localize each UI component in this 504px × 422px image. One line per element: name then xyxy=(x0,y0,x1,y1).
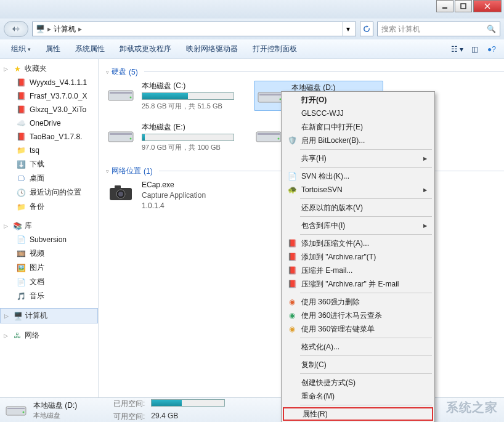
maximize-button[interactable] xyxy=(455,0,472,12)
context-menu-item[interactable]: 📕添加到 "Archive.rar"(T) xyxy=(283,250,433,264)
context-menu-item[interactable]: GLSCC-WJJ xyxy=(283,107,433,120)
context-menu-separator xyxy=(300,405,432,405)
titlebar xyxy=(0,0,504,18)
sidebar-favorite-item[interactable]: 📕Wyyxds_V4.1.1.1 xyxy=(0,76,98,89)
context-menu-item[interactable]: ◉使用 360管理右键菜单 xyxy=(283,322,433,336)
context-menu-label: 添加到 "Archive.rar"(T) xyxy=(301,252,376,262)
group-drives-label: 硬盘 xyxy=(112,67,126,77)
360c-icon: ◉ xyxy=(287,323,298,335)
context-menu-item[interactable]: 格式化(A)... xyxy=(283,340,433,354)
context-menu-item[interactable]: 属性(R) xyxy=(283,407,433,421)
context-menu-item[interactable]: ◉使用 360强力删除 xyxy=(283,295,433,309)
context-menu-label: 属性(R) xyxy=(303,409,328,420)
sidebar-favorite-item[interactable]: 📕Glxzq_V3.0_XiTo xyxy=(0,103,98,116)
context-menu-item[interactable]: 在新窗口中打开(E) xyxy=(283,120,433,134)
sidebar-library-item[interactable]: 📄文档 xyxy=(0,275,98,289)
address-dropdown[interactable]: ▾ xyxy=(342,22,353,36)
sidebar-item-label: 下载 xyxy=(30,159,44,169)
shield-icon: 🛡️ xyxy=(287,135,298,146)
svg-rect-21 xyxy=(7,408,25,409)
star-icon: ★ xyxy=(12,64,22,74)
drive-item[interactable]: 本地磁盘 (C:) 25.8 GB 可用，共 51.5 GB xyxy=(106,81,235,111)
uninstall-button[interactable]: 卸载或更改程序 xyxy=(113,41,177,57)
context-menu-item[interactable]: 创建快捷方式(S) xyxy=(283,376,433,389)
rec-icon: 🕓 xyxy=(16,188,26,198)
sidebar-library-item[interactable]: 📄Subversion xyxy=(0,233,98,246)
control-panel-button[interactable]: 打开控制面板 xyxy=(246,41,303,57)
drive-info: 25.8 GB 可用，共 51.5 GB xyxy=(142,102,235,111)
status-drive-type: 本地磁盘 xyxy=(33,411,77,420)
context-menu-label: GLSCC-WJJ xyxy=(301,109,344,118)
search-input[interactable]: 搜索 计算机 🔍 xyxy=(377,22,500,36)
group-drives-header[interactable]: ▿ 硬盘 (5) xyxy=(106,64,504,81)
drive-item[interactable]: 本地磁盘 (E:) 97.0 GB 可用，共 100 GB xyxy=(106,122,235,152)
drive-icon xyxy=(106,81,136,105)
preview-pane-button[interactable]: ◫ xyxy=(467,42,482,57)
context-menu-item[interactable]: 📕添加到压缩文件(A)... xyxy=(283,237,433,250)
context-menu-label: 重命名(M) xyxy=(301,391,335,402)
refresh-button[interactable] xyxy=(360,22,373,36)
context-menu-item[interactable]: 复制(C) xyxy=(283,358,433,371)
sidebar-favorite-item[interactable]: 📁备份 xyxy=(0,200,98,214)
context-menu-item[interactable]: 🛡️启用 BitLocker(B)... xyxy=(283,134,433,147)
sidebar-favorite-item[interactable]: 🖵桌面 xyxy=(0,171,98,185)
view-mode-button[interactable]: ☷ ▾ xyxy=(450,42,465,57)
sidebar-item-label: 最近访问的位置 xyxy=(30,187,81,198)
context-menu-item[interactable]: ◉使用 360进行木马云查杀 xyxy=(283,309,433,322)
search-icon: 🔍 xyxy=(487,25,496,33)
sidebar-computer-header[interactable]: ▷ 🖥️ 计算机 xyxy=(0,308,98,323)
drive-usage-bar xyxy=(142,92,234,100)
chevron-down-icon: ▿ xyxy=(106,69,109,75)
sidebar-favorite-item[interactable]: 🕓最近访问的位置 xyxy=(0,185,98,200)
sidebar-library-item[interactable]: 🎞️视频 xyxy=(0,246,98,261)
group-netloc-label: 网络位置 xyxy=(112,166,141,176)
camera-icon xyxy=(106,180,136,205)
drive-usage-bar xyxy=(142,134,234,141)
sidebar-favorite-item[interactable]: 📕Frasf_V3.7.0.0_X xyxy=(0,89,98,103)
context-menu-item[interactable]: 📄SVN 检出(K)... xyxy=(283,169,433,183)
organize-button[interactable]: 组织 xyxy=(5,41,37,57)
sidebar-library-item[interactable]: 🎵音乐 xyxy=(0,289,98,303)
map-drive-button[interactable]: 映射网络驱动器 xyxy=(180,41,244,57)
context-menu-item[interactable]: 📕压缩并 E-mail... xyxy=(283,264,433,277)
context-menu-item[interactable]: 还原以前的版本(V) xyxy=(283,201,433,214)
context-menu-item[interactable]: 🐢TortoiseSVN xyxy=(283,183,433,197)
properties-button[interactable]: 属性 xyxy=(39,41,67,57)
sidebar-favorite-item[interactable]: ☁️OneDrive xyxy=(0,116,98,130)
context-menu-item[interactable]: 重命名(M) xyxy=(283,389,433,403)
system-properties-button[interactable]: 系统属性 xyxy=(69,41,111,57)
help-button[interactable]: ●? xyxy=(484,42,499,57)
context-menu-item[interactable]: 📕压缩到 "Archive.rar" 并 E-mail xyxy=(283,277,433,291)
sidebar-favorite-item[interactable]: 📁tsq xyxy=(0,144,98,157)
context-menu-item[interactable]: 包含到库中(I) xyxy=(283,219,433,232)
context-menu-item[interactable]: 共享(H) xyxy=(283,152,433,165)
address-bar[interactable]: 🖥️ ▸ 计算机 ▸ ▾ xyxy=(32,22,356,36)
sidebar[interactable]: ▷ ★ 收藏夹 📕Wyyxds_V4.1.1.1📕Frasf_V3.7.0.0_… xyxy=(0,59,99,398)
context-menu-label: 在新窗口中打开(E) xyxy=(301,122,363,132)
address-row: 🖥️ ▸ 计算机 ▸ ▾ 搜索 计算机 🔍 xyxy=(0,18,504,39)
nav-back-forward[interactable] xyxy=(4,21,28,37)
minimize-button[interactable] xyxy=(436,0,453,12)
context-menu-separator xyxy=(300,149,432,150)
computer-icon: 🖥️ xyxy=(13,311,23,321)
sidebar-favorites-header[interactable]: ▷ ★ 收藏夹 xyxy=(0,62,98,76)
breadcrumb-sep: ▸ xyxy=(47,25,51,33)
sidebar-libraries-header[interactable]: ▷ 📚 库 xyxy=(0,219,98,233)
dl-icon: ⬇️ xyxy=(16,160,26,169)
context-menu-label: 压缩到 "Archive.rar" 并 E-mail xyxy=(301,279,399,290)
context-menu-item[interactable]: 打开(O) xyxy=(283,93,433,107)
sidebar-network-header[interactable]: ▷ 🖧 网络 xyxy=(0,328,98,343)
close-button[interactable] xyxy=(473,0,502,12)
context-menu-label: 创建快捷方式(S) xyxy=(301,378,356,388)
sidebar-favorites-label: 收藏夹 xyxy=(25,63,47,74)
svg-point-15 xyxy=(278,138,280,140)
sidebar-favorite-item[interactable]: ⬇️下载 xyxy=(0,157,98,171)
sidebar-library-item[interactable]: 🖼️图片 xyxy=(0,261,98,275)
svg-point-22 xyxy=(23,411,25,413)
breadcrumb-path[interactable]: 计算机 xyxy=(54,24,76,34)
sidebar-favorite-item[interactable]: 📕TaoBao_V1.7.8. xyxy=(0,130,98,144)
desk-icon: 🖵 xyxy=(16,174,26,184)
context-menu-separator xyxy=(300,355,432,356)
sidebar-item-label: 文档 xyxy=(30,277,44,287)
vid-icon: 🎞️ xyxy=(16,249,26,259)
